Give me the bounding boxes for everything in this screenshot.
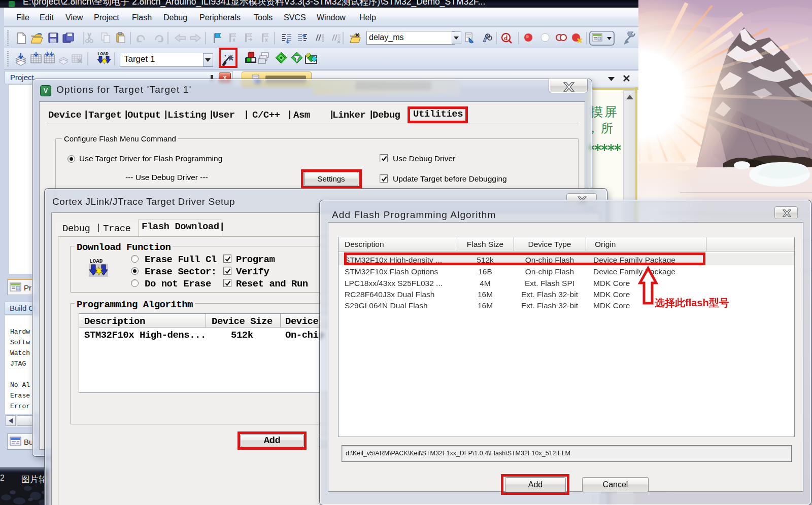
svg-text:LOAD: LOAD [89,258,103,264]
svg-text:d: d [504,34,508,42]
svg-text:LOAD: LOAD [97,52,109,57]
